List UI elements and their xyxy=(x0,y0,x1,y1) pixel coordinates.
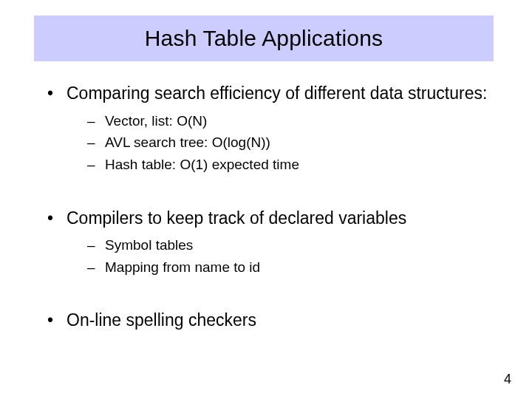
sub-bullet-text: Symbol tables xyxy=(105,237,193,253)
bullet-item: On-line spelling checkers xyxy=(44,310,488,331)
spacer xyxy=(44,282,488,310)
sub-bullet-item: Vector, list: O(N) xyxy=(87,112,488,132)
page-number: 4 xyxy=(504,372,511,387)
sub-bullet-text: Hash table: O(1) expected time xyxy=(105,157,299,172)
content-area: Comparing search efficiency of different… xyxy=(44,83,488,335)
sub-bullet-item: Hash table: O(1) expected time xyxy=(87,155,488,175)
bullet-item: Compilers to keep track of declared vari… xyxy=(44,208,488,278)
slide-title: Hash Table Applications xyxy=(145,26,383,51)
sub-bullet-text: Mapping from name to id xyxy=(105,259,260,275)
spacer xyxy=(44,180,488,208)
sub-bullet-item: Symbol tables xyxy=(87,236,488,256)
sub-bullet-list: Symbol tables Mapping from name to id xyxy=(66,236,488,277)
sub-bullet-text: AVL search tree: O(log(N)) xyxy=(105,134,270,150)
sub-bullet-list: Vector, list: O(N) AVL search tree: O(lo… xyxy=(66,112,488,175)
sub-bullet-item: Mapping from name to id xyxy=(87,258,488,278)
sub-bullet-item: AVL search tree: O(log(N)) xyxy=(87,133,488,153)
bullet-text: Comparing search efficiency of different… xyxy=(66,83,487,103)
title-band: Hash Table Applications xyxy=(34,16,494,61)
bullet-text: Compilers to keep track of declared vari… xyxy=(66,208,406,228)
bullet-list: Comparing search efficiency of different… xyxy=(44,83,488,331)
slide: Hash Table Applications Comparing search… xyxy=(0,0,532,399)
bullet-text: On-line spelling checkers xyxy=(66,310,256,330)
bullet-item: Comparing search efficiency of different… xyxy=(44,83,488,175)
sub-bullet-text: Vector, list: O(N) xyxy=(105,113,207,129)
